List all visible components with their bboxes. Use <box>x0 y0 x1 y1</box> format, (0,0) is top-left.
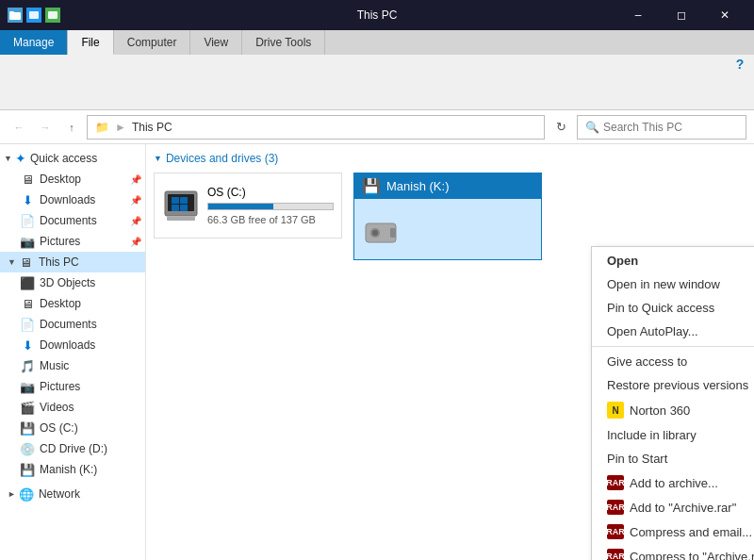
window-title: This PC <box>357 8 398 22</box>
usb-drive-icon <box>362 214 400 252</box>
sidebar-item-label: Desktop <box>40 297 141 310</box>
videos-icon: 🎬 <box>19 399 36 416</box>
ribbon-tabs: Manage File Computer View Drive Tools <box>0 30 754 55</box>
sidebar-item-label: Documents <box>40 214 128 227</box>
sidebar-item-desktop-qa[interactable]: 🖥 Desktop 📌 <box>0 169 145 189</box>
address-path[interactable]: 📁 ► This PC <box>87 115 545 140</box>
documents-icon: 📄 <box>19 212 36 229</box>
sidebar-item-label: Desktop <box>40 173 128 186</box>
download-icon: ⬇ <box>19 337 36 354</box>
ctx-item-compress-email[interactable]: RAR Compress and email... <box>592 519 754 544</box>
drive-body-manishk <box>354 206 541 259</box>
thispc-icon: 🖥 <box>18 254 35 271</box>
drive-osc[interactable]: OS (C:) 66.3 GB free of 137 GB <box>154 173 342 239</box>
ctx-label-add-archive-rar: Add to "Archive.rar" <box>630 501 736 515</box>
windows-drive-icon <box>162 187 200 224</box>
refresh-button[interactable]: ↻ <box>549 115 573 140</box>
ctx-label-include-library: Include in library <box>607 428 697 442</box>
drive-manishk[interactable]: 💾 Manish (K:) <box>353 173 542 260</box>
sidebar-item-thispc[interactable]: ▼ 🖥 This PC <box>0 252 145 272</box>
tab-computer[interactable]: Computer <box>114 30 191 55</box>
folder-icon2 <box>26 8 41 23</box>
documents-icon: 📄 <box>19 316 36 333</box>
sidebar-item-label: OS (C:) <box>40 421 141 435</box>
sidebar-item-3dobjects[interactable]: ⬛ 3D Objects <box>0 272 145 293</box>
ctx-item-add-archive-rar[interactable]: RAR Add to "Archive.rar" <box>592 495 754 519</box>
sidebar-item-videos[interactable]: 🎬 Videos <box>0 397 145 418</box>
svg-rect-1 <box>9 11 14 14</box>
svg-rect-7 <box>180 197 188 204</box>
sidebar-item-label: Pictures <box>40 380 141 393</box>
ctx-item-open[interactable]: Open <box>592 249 754 272</box>
ctx-label-open: Open <box>607 254 638 268</box>
ctx-label-give-access: Give access to <box>607 354 687 369</box>
svg-rect-10 <box>167 217 195 221</box>
ctx-item-open-new-window[interactable]: Open in new window <box>592 272 754 296</box>
content-area: ▼ Devices and drives (3) <box>146 144 754 560</box>
svg-rect-9 <box>180 205 188 211</box>
tab-drivetools[interactable]: Drive Tools <box>242 30 325 55</box>
svg-rect-3 <box>48 11 57 19</box>
sidebar-item-cdd[interactable]: 💿 CD Drive (D:) <box>0 438 145 459</box>
search-input[interactable] <box>603 121 738 134</box>
forward-button[interactable]: → <box>34 116 57 139</box>
svg-rect-2 <box>29 11 39 19</box>
ribbon: Manage File Computer View Drive Tools ? <box>0 30 754 110</box>
app-icon <box>8 8 60 23</box>
help-button[interactable]: ? <box>726 25 754 104</box>
3dobjects-icon: ⬛ <box>19 274 36 291</box>
sidebar-item-music[interactable]: 🎵 Music <box>0 355 145 376</box>
pictures-icon: 📷 <box>19 233 36 250</box>
sidebar-item-downloads[interactable]: ⬇ Downloads <box>0 335 145 355</box>
drive-bar-container <box>207 203 334 210</box>
section-header-devices: ▼ Devices and drives (3) <box>154 152 746 165</box>
usb-icon: 💾 <box>19 461 36 478</box>
ctx-item-add-archive[interactable]: RAR Add to archive... <box>592 470 754 495</box>
chevron-down-icon: ▼ <box>154 154 162 163</box>
path-separator: ► <box>115 121 126 134</box>
svg-point-14 <box>372 230 378 236</box>
ctx-item-pin-quickaccess[interactable]: Pin to Quick access <box>592 296 754 320</box>
rar-icon4: RAR <box>607 549 624 560</box>
up-button[interactable]: ↑ <box>60 116 83 139</box>
sidebar-item-desktop[interactable]: 🖥 Desktop <box>0 293 145 314</box>
path-folder-icon: 📁 <box>95 121 109 134</box>
ctx-label-pin-start: Pin to Start <box>607 452 667 466</box>
sidebar-item-network[interactable]: ► 🌐 Network <box>0 484 145 504</box>
rar-icon2: RAR <box>607 500 624 515</box>
ctx-separator <box>592 346 754 347</box>
ctx-item-pin-start[interactable]: Pin to Start <box>592 447 754 470</box>
drive-size-osc: 66.3 GB free of 137 GB <box>207 214 334 225</box>
tab-view[interactable]: View <box>190 30 242 55</box>
search-icon: 🔍 <box>585 121 599 134</box>
sidebar-item-documents[interactable]: 📄 Documents <box>0 314 145 335</box>
drive-info-osc: OS (C:) 66.3 GB free of 137 GB <box>207 186 334 225</box>
ctx-item-norton[interactable]: N Norton 360 ► <box>592 397 754 423</box>
sidebar-header-quickaccess[interactable]: ▼ ✦ Quick access <box>0 148 145 169</box>
sidebar-item-pictures[interactable]: 📷 Pictures <box>0 376 145 397</box>
drive-name-manishk: Manish (K:) <box>386 179 449 193</box>
sidebar-item-label: Network <box>39 487 141 501</box>
ctx-label-pin-quickaccess: Pin to Quick access <box>607 301 714 315</box>
ctx-item-include-library[interactable]: Include in library ► <box>592 423 754 447</box>
minimize-button[interactable]: – <box>616 0 660 30</box>
tab-manage[interactable]: Manage <box>0 30 68 55</box>
sidebar-item-manishk[interactable]: 💾 Manish (K:) <box>0 459 145 480</box>
back-button[interactable]: ← <box>8 116 30 139</box>
desktop-icon: 🖥 <box>19 295 36 312</box>
ctx-label-add-archive: Add to archive... <box>630 476 718 490</box>
tab-file[interactable]: File <box>68 30 113 55</box>
context-menu: Open Open in new window Pin to Quick acc… <box>591 246 754 560</box>
norton-icon: N <box>607 402 624 419</box>
maximize-button[interactable]: ◻ <box>660 0 703 30</box>
sidebar-item-osc[interactable]: 💾 OS (C:) <box>0 418 145 438</box>
ctx-item-compress-archive-email[interactable]: RAR Compress to "Archive.rar" and email <box>592 544 754 560</box>
ctx-item-give-access[interactable]: Give access to ► <box>592 350 754 373</box>
sidebar-item-downloads-qa[interactable]: ⬇ Downloads 📌 <box>0 189 145 210</box>
path-label: This PC <box>132 121 172 134</box>
search-box: 🔍 <box>577 115 746 140</box>
sidebar-item-pictures-qa[interactable]: 📷 Pictures 📌 <box>0 231 145 252</box>
ctx-item-restore-prev[interactable]: Restore previous versions <box>592 373 754 397</box>
sidebar-item-documents-qa[interactable]: 📄 Documents 📌 <box>0 210 145 231</box>
ctx-item-open-autoplay[interactable]: Open AutoPlay... <box>592 320 754 343</box>
